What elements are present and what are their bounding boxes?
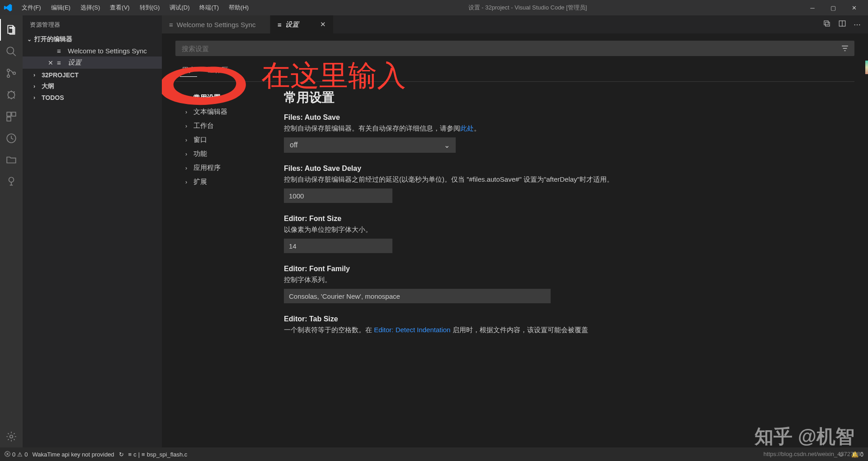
nav-features[interactable]: ›功能 [175,147,275,161]
editor-item-welcome[interactable]: ≡ Welcome to Settings Sync [23,45,162,56]
maximize-button[interactable]: ▢ [823,0,844,15]
close-icon[interactable]: ✕ [48,59,53,66]
folder-icon[interactable] [0,149,23,171]
fontsize-input[interactable] [284,239,392,253]
settings-content: 用户 工作区 常用设置 ›文本编辑器 ›工作台 ›窗口 ›功能 ›应用程序 ›扩… [162,33,868,447]
settings-icon: ≡ [169,21,173,28]
settings-icon: ≡ [57,47,61,55]
nav-workbench[interactable]: ›工作台 [175,119,275,133]
minimize-button[interactable]: ─ [802,0,823,15]
setting-title: Editor: Font Family [284,265,845,273]
search-icon[interactable] [0,41,23,62]
tab-settings[interactable]: ≡ 设置 ✕ [270,15,334,33]
close-icon[interactable]: ✕ [320,20,326,28]
menu-bar: 文件(F) 编辑(E) 选择(S) 查看(V) 转到(G) 调试(D) 终端(T… [17,2,253,14]
svg-point-2 [7,69,9,71]
chevron-right-icon: › [185,179,187,185]
chevron-right-icon: › [185,165,187,171]
setting-title: Editor: Font Size [284,215,845,223]
setting-desc: 以像素为单位控制字体大小。 [284,226,845,234]
tree-icon[interactable] [0,171,23,193]
setting-desc: 一个制表符等于的空格数。在 Editor: Detect Indentation… [284,326,845,334]
setting-title: Files: Auto Save Delay [284,165,845,173]
link-detect-indentation[interactable]: Editor: Detect Indentation [374,326,450,334]
status-wakatime[interactable]: WakaTime api key not provided [32,451,114,458]
nav-common[interactable]: 常用设置 [175,91,275,105]
nav-text-editor[interactable]: ›文本编辑器 [175,105,275,119]
scope-workspace[interactable]: 工作区 [206,64,230,77]
window-title: 设置 - 32project - Visual Studio Code [管理员… [253,4,802,12]
nav-window[interactable]: ›窗口 [175,133,275,147]
split-editor-icon[interactable] [838,19,846,29]
menu-debug[interactable]: 调试(D) [165,2,194,14]
fontfamily-input[interactable] [284,289,551,303]
menu-go[interactable]: 转到(G) [135,2,165,14]
status-sync[interactable]: ↻ [119,451,124,458]
svg-point-11 [10,435,13,438]
nav-extensions[interactable]: ›扩展 [175,175,275,189]
chevron-right-icon: › [33,83,40,89]
sidebar: 资源管理器 ⌄打开的编辑器 ≡ Welcome to Settings Sync… [23,15,162,447]
svg-point-10 [9,177,14,182]
settings-gear-icon[interactable] [0,426,23,447]
autosave-delay-input[interactable] [284,188,392,203]
link-here[interactable]: 此处 [460,124,474,132]
svg-rect-7 [12,112,16,116]
menu-view[interactable]: 查看(V) [105,2,134,14]
close-button[interactable]: ✕ [844,0,864,15]
todos-section[interactable]: ›TODOS [23,92,162,103]
tab-label: Welcome to Settings Sync [177,21,256,28]
extensions-icon[interactable] [0,106,23,127]
editor-item-settings[interactable]: ✕ ≡ 设置 [23,56,162,69]
menu-selection[interactable]: 选择(S) [76,2,104,14]
setting-autosave: Files: Auto Save 控制自动保存脏编辑器。有关自动保存的详细信息，… [284,113,845,153]
nav-application[interactable]: ›应用程序 [175,161,275,175]
scope-user[interactable]: 用户 [180,64,197,77]
settings-detail: 常用设置 Files: Auto Save 控制自动保存脏编辑器。有关自动保存的… [275,86,854,441]
titlebar: 文件(F) 编辑(E) 选择(S) 查看(V) 转到(G) 调试(D) 终端(T… [0,0,868,15]
status-bar: ⓧ0 ⚠0 WakaTime api key not provided ↻ ≡ … [0,447,868,461]
source-control-icon[interactable] [0,62,23,84]
setting-title: Files: Auto Save [284,113,845,122]
autosave-select[interactable]: off⌄ [284,137,456,153]
activity-bar [0,15,23,447]
menu-help[interactable]: 帮助(H) [224,2,253,14]
sync-icon: ↻ [119,451,124,458]
error-icon: ⓧ [5,450,10,458]
project-section[interactable]: ›32PROJECT [23,70,162,80]
settings-heading: 常用设置 [284,89,845,106]
status-errors[interactable]: ⓧ0 ⚠0 [5,450,28,458]
chevron-right-icon: › [33,94,40,101]
watermark-url: https://blog.csdn.net/weixin_43727985 [764,451,863,457]
filter-icon[interactable] [841,44,849,54]
menu-file[interactable]: 文件(F) [17,2,46,14]
menu-edit[interactable]: 编辑(E) [47,2,75,14]
setting-title: Editor: Tab Size [284,315,845,323]
editor-item-label: Welcome to Settings Sync [68,47,147,55]
search-input[interactable] [175,41,854,56]
open-settings-json-icon[interactable] [823,19,831,29]
chevron-right-icon: › [185,151,187,157]
settings-nav: 常用设置 ›文本编辑器 ›工作台 ›窗口 ›功能 ›应用程序 ›扩展 [175,86,275,441]
chevron-right-icon: › [185,109,187,115]
vscode-icon [4,3,13,12]
setting-tabsize: Editor: Tab Size 一个制表符等于的空格数。在 Editor: D… [284,315,845,334]
setting-fontfamily: Editor: Font Family 控制字体系列。 [284,265,845,303]
chevron-down-icon: ⌄ [26,36,33,42]
outline-section[interactable]: ›大纲 [23,80,162,92]
menu-terminal[interactable]: 终端(T) [195,2,223,14]
sidebar-header: 资源管理器 [23,15,162,33]
status-lang[interactable]: ≡ c | ≡ bsp_spi_flash.c [128,451,188,458]
open-editors-header[interactable]: ⌄打开的编辑器 [23,33,162,45]
time-icon[interactable] [0,127,23,149]
editor-area: ≡ Welcome to Settings Sync ≡ 设置 ✕ ⋯ 用户 工… [162,15,868,447]
svg-line-1 [13,53,16,56]
settings-icon: ≡ [278,21,282,28]
tab-welcome[interactable]: ≡ Welcome to Settings Sync [162,15,270,33]
setting-desc: 控制自动保存脏编辑器之前经过的延迟(以毫秒为单位)。仅当 "#files.aut… [284,175,845,184]
explorer-icon[interactable] [0,19,23,41]
more-icon[interactable]: ⋯ [854,20,861,29]
editor-item-label: 设置 [68,58,81,67]
debug-icon[interactable] [0,84,23,106]
svg-point-3 [7,75,9,77]
